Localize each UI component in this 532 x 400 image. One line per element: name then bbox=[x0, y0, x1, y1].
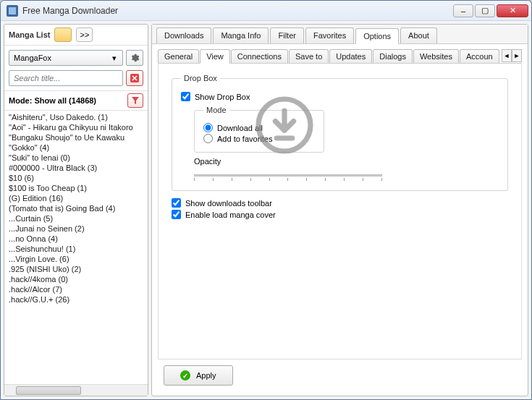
subtab-updates[interactable]: Updates bbox=[329, 49, 372, 63]
gear-icon bbox=[130, 53, 140, 63]
list-item[interactable]: ...Junai no Seinen (2) bbox=[7, 224, 148, 234]
list-item[interactable]: ...Curtain (5) bbox=[7, 213, 148, 224]
chevron-down-icon: ▾ bbox=[109, 54, 119, 63]
subtab-general[interactable]: General bbox=[158, 49, 199, 63]
slider-track bbox=[194, 174, 382, 176]
search-input[interactable] bbox=[9, 70, 123, 86]
app-title: Free Manga Downloader bbox=[22, 6, 453, 16]
mode-download-input[interactable] bbox=[203, 123, 213, 132]
tab-about[interactable]: About bbox=[400, 27, 437, 43]
list-item[interactable]: "Bungaku Shoujo" to Ue Kawaku bbox=[7, 132, 148, 142]
subtab-websites[interactable]: Websites bbox=[413, 49, 459, 63]
show-dropbox-checkbox[interactable]: Show Drop Box bbox=[181, 92, 499, 101]
list-item[interactable]: .hack//G.U.+ (26) bbox=[7, 294, 148, 305]
list-item[interactable]: "Suki" to Ienai (0) bbox=[7, 153, 148, 163]
show-toolbar-input[interactable] bbox=[172, 198, 181, 208]
subtabs-next-button[interactable]: ► bbox=[512, 49, 522, 62]
mode-legend: Mode bbox=[203, 106, 229, 114]
subtab-connections[interactable]: Connections bbox=[231, 49, 288, 63]
slider-ticks bbox=[194, 178, 382, 181]
list-item[interactable]: ...no Onna (4) bbox=[7, 234, 148, 244]
list-item[interactable]: ...Seishunchuu! (1) bbox=[7, 244, 148, 254]
mode-download-label: Download all bbox=[217, 124, 263, 132]
tab-downloads[interactable]: Downloads bbox=[156, 27, 211, 43]
horizontal-scrollbar[interactable] bbox=[4, 384, 148, 396]
mode-download-radio[interactable]: Download all bbox=[203, 123, 315, 132]
main-panel: DownloadsManga InfoFilterFavoritesOption… bbox=[151, 24, 528, 396]
source-combo[interactable]: MangaFox ▾ bbox=[9, 50, 123, 66]
enable-cover-checkbox[interactable]: Enable load manga cover bbox=[172, 210, 508, 219]
enable-cover-label: Enable load manga cover bbox=[185, 210, 276, 219]
subtab-dialogs[interactable]: Dialogs bbox=[373, 49, 413, 63]
opacity-slider[interactable] bbox=[194, 169, 382, 183]
settings-button[interactable] bbox=[126, 50, 143, 66]
manga-list[interactable]: "Aishiteru", Uso Dakedo. (1)"Aoi" - Hika… bbox=[4, 111, 148, 384]
app-window: Free Manga Downloader – ▢ ✕ Manga List >… bbox=[0, 0, 532, 400]
main-tabbar: DownloadsManga InfoFilterFavoritesOption… bbox=[152, 25, 528, 44]
sidebar-title: Manga List bbox=[9, 30, 50, 39]
x-icon bbox=[130, 74, 139, 82]
list-item[interactable]: "Aoi" - Hikaru ga Chikyuu ni Itakoro bbox=[7, 122, 148, 132]
scroll-thumb[interactable] bbox=[16, 386, 81, 395]
maximize-button[interactable]: ▢ bbox=[475, 4, 495, 17]
list-item[interactable]: $100 is Too Cheap (1) bbox=[7, 183, 148, 193]
options-view-page: Drop Box Show Drop Box Mode Download all bbox=[158, 64, 522, 359]
tab-manga-info[interactable]: Manga Info bbox=[213, 27, 269, 43]
dropbox-legend: Drop Box bbox=[181, 74, 220, 82]
subtabs-prev-button[interactable]: ◄ bbox=[502, 49, 512, 62]
tab-filter[interactable]: Filter bbox=[270, 27, 303, 43]
close-button[interactable]: ✕ bbox=[497, 4, 528, 17]
check-icon: ✓ bbox=[180, 370, 190, 380]
subtab-accoun[interactable]: Accoun bbox=[460, 49, 499, 63]
list-item[interactable]: $10 (6) bbox=[7, 173, 148, 183]
list-item[interactable]: .925 (NISHI Uko) (2) bbox=[7, 264, 148, 274]
tab-options[interactable]: Options bbox=[355, 28, 399, 44]
clear-search-button[interactable] bbox=[126, 70, 143, 86]
tab-favorites[interactable]: Favorites bbox=[305, 27, 354, 43]
app-icon bbox=[7, 5, 18, 17]
show-dropbox-input[interactable] bbox=[181, 92, 190, 101]
enable-cover-input[interactable] bbox=[172, 210, 181, 219]
subtab-view[interactable]: View bbox=[200, 49, 230, 64]
list-item[interactable]: "Gokko" (4) bbox=[7, 142, 148, 153]
open-folder-button[interactable] bbox=[54, 27, 72, 42]
close-icon: ✕ bbox=[510, 6, 516, 15]
list-item[interactable]: "Aishiteru", Uso Dakedo. (1) bbox=[7, 112, 148, 122]
list-item[interactable]: .hack//4koma (0) bbox=[7, 274, 148, 284]
expand-button[interactable]: >> bbox=[76, 27, 93, 42]
list-item[interactable]: #000000 - Ultra Black (3) bbox=[7, 163, 148, 173]
options-subtabs: GeneralViewConnectionsSave toUpdatesDial… bbox=[158, 48, 522, 64]
list-item[interactable]: ...Virgin Love. (6) bbox=[7, 254, 148, 264]
titlebar[interactable]: Free Manga Downloader – ▢ ✕ bbox=[1, 1, 531, 21]
minimize-button[interactable]: – bbox=[453, 4, 473, 17]
list-item[interactable]: (G) Edition (16) bbox=[7, 193, 148, 203]
apply-button[interactable]: ✓ Apply bbox=[164, 365, 233, 386]
mode-label: Mode: Show all (14868) bbox=[9, 96, 96, 105]
filter-button[interactable] bbox=[127, 93, 143, 108]
funnel-icon bbox=[131, 96, 140, 105]
expand-label: >> bbox=[80, 30, 89, 39]
sidebar-panel: Manga List >> MangaFox ▾ Mod bbox=[4, 24, 148, 396]
opacity-label: Opacity bbox=[194, 157, 499, 166]
dropbox-group: Drop Box Show Drop Box Mode Download all bbox=[172, 74, 508, 191]
mode-favorites-label: Add to favorites bbox=[217, 135, 272, 143]
apply-label: Apply bbox=[196, 371, 216, 380]
maximize-icon: ▢ bbox=[481, 6, 489, 15]
mode-favorites-radio[interactable]: Add to favorites bbox=[203, 134, 315, 143]
minimize-icon: – bbox=[461, 7, 465, 15]
show-toolbar-label: Show downloads toolbar bbox=[185, 199, 272, 208]
mode-group: Mode Download all Add to favorites bbox=[194, 106, 324, 153]
list-item[interactable]: .hack//Alcor (7) bbox=[7, 284, 148, 294]
source-value: MangaFox bbox=[14, 54, 51, 62]
mode-favorites-input[interactable] bbox=[203, 134, 213, 143]
subtab-save-to[interactable]: Save to bbox=[289, 49, 329, 63]
show-toolbar-checkbox[interactable]: Show downloads toolbar bbox=[172, 198, 508, 208]
show-dropbox-label: Show Drop Box bbox=[195, 93, 250, 101]
list-item[interactable]: (Tomato that is) Going Bad (4) bbox=[7, 203, 148, 213]
